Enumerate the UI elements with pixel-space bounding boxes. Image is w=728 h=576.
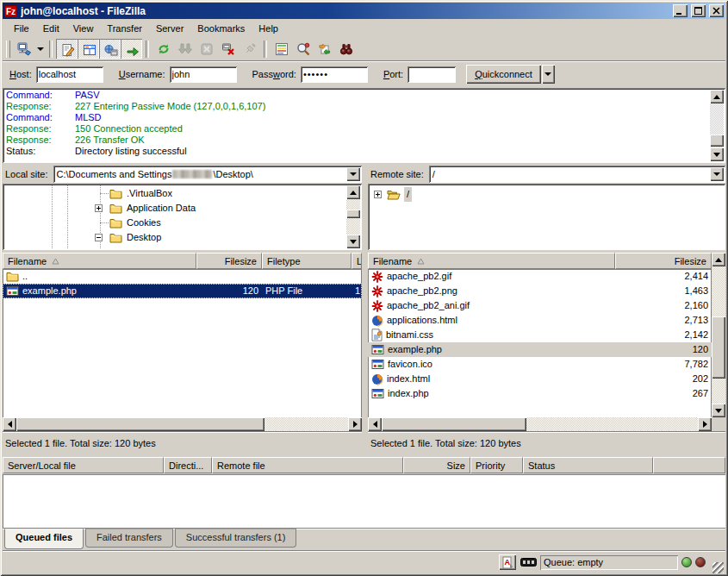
menu-view[interactable]: View [66,21,101,36]
remote-file-row[interactable]: example.php120 [368,342,712,357]
queue-column-status[interactable]: Status [523,457,653,473]
remote-file-row[interactable]: bitnami.css2,142 [368,328,712,342]
scroll-left-icon[interactable] [3,417,16,431]
menu-help[interactable]: Help [252,21,285,36]
menu-transfer[interactable]: Transfer [100,21,149,36]
local-site-combobox[interactable]: C:\Documents and Settings\Desktop\ [53,166,362,183]
toggle-message-log-button[interactable] [56,39,78,59]
remote-file-row[interactable]: apache_pb2_ani.gif2,160 [368,298,712,313]
password-label: Password: [252,69,296,79]
find-files-button[interactable] [335,39,357,59]
tree-item-desktop[interactable]: Desktop [4,230,360,245]
queue-column-size[interactable]: Size [403,457,470,473]
filezilla-window: Fz john@localhost - FileZilla FileEditVi… [0,0,728,576]
column-header-filesize[interactable]: Filesize [196,253,262,269]
file-appwin-icon [371,388,384,399]
file-css-icon [371,329,383,341]
expand-plus-icon[interactable] [95,204,103,212]
remote-site-dropdown-icon[interactable] [710,167,724,181]
tree-item-application-data[interactable]: Application Data [4,201,360,216]
scroll-down-icon[interactable] [712,404,725,417]
resize-grip[interactable] [712,562,724,573]
close-button[interactable] [709,4,724,17]
log-vscrollbar[interactable] [710,90,724,161]
process-queue-button[interactable] [174,39,196,59]
scroll-left-icon[interactable] [368,417,382,431]
username-input[interactable] [170,66,237,83]
data-type-ascii-icon[interactable]: A [499,554,516,570]
disconnect-button[interactable] [217,39,239,59]
queue-column-remote-file[interactable]: Remote file [212,457,403,473]
tree-item--virtualbox[interactable]: .VirtualBox [4,186,360,201]
collapse-minus-icon[interactable] [95,234,103,241]
queue-column-priority[interactable]: Priority [470,457,523,473]
remote-site-combobox[interactable]: / [429,166,725,183]
scroll-up-icon[interactable] [710,90,724,103]
menu-file[interactable]: File [7,21,36,36]
queue-column-server-local-file[interactable]: Server/Local file [3,457,164,473]
toolbar-grip[interactable] [6,41,10,58]
cancel-button[interactable] [196,39,217,59]
menu-server[interactable]: Server [149,21,190,36]
maximize-button[interactable] [691,4,706,17]
port-input[interactable] [408,66,456,83]
directory-comparison-icon [296,42,310,56]
quickconnect-dropdown-button[interactable] [542,65,555,84]
toggle-local-tree-button[interactable] [78,39,99,59]
speed-limits-icon[interactable] [520,554,537,570]
tab-queued-files[interactable]: Queued files [4,529,84,549]
menu-bookmarks[interactable]: Bookmarks [190,21,252,36]
scroll-down-icon[interactable] [710,147,724,161]
queue-column-directi-[interactable]: Directi... [164,457,212,473]
file-appwin-icon [371,359,384,370]
column-header-filesize[interactable]: Filesize [615,253,712,269]
local-tree-vscrollbar[interactable] [346,185,360,248]
minimize-button[interactable] [673,4,688,17]
tab-failed-transfers[interactable]: Failed transfers [85,529,173,548]
column-header-filename[interactable]: Filename [368,253,615,269]
transfer-queue-body[interactable] [3,474,725,528]
remote-file-row[interactable]: applications.html2,713 [368,313,712,328]
scroll-right-icon[interactable] [698,417,712,431]
toggle-transfer-queue-button[interactable] [121,39,142,59]
column-header-filetype[interactable]: Filetype [262,253,352,269]
expand-plus-icon[interactable] [374,191,382,198]
remote-file-row[interactable]: apache_pb2.gif2,414 [368,269,712,284]
toggle-transfer-queue-icon [126,43,140,57]
local-file-row[interactable]: example.php120PHP File1 [3,284,362,298]
site-manager-button[interactable] [13,39,34,59]
scroll-up-icon[interactable] [712,253,725,266]
filter-button[interactable] [271,39,292,59]
folder-icon [109,232,122,245]
local-list-hscrollbar[interactable] [3,417,362,431]
menu-edit[interactable]: Edit [36,21,66,36]
column-header-filename[interactable]: Filename [3,253,196,269]
remote-file-row[interactable]: favicon.ico7,782 [368,357,712,372]
tree-item-root[interactable]: / [370,187,724,202]
scroll-right-icon[interactable] [348,417,362,431]
local-site-dropdown-icon[interactable] [346,167,360,181]
remote-list-hscrollbar[interactable] [368,417,712,431]
tree-item-cookies[interactable]: Cookies [4,216,360,230]
titlebar: Fz john@localhost - FileZilla [3,3,725,19]
scroll-down-icon[interactable] [346,235,360,248]
quickconnect-button[interactable]: Quickconnect [466,65,541,84]
remote-file-row[interactable]: index.html202 [368,372,712,386]
local-file-row[interactable]: .. [3,269,362,284]
remote-list-vscrollbar[interactable] [712,253,725,417]
remote-file-row[interactable]: apache_pb2.png1,463 [368,284,712,298]
pane-splitter[interactable] [362,165,368,430]
remote-file-row[interactable]: index.php267 [368,386,712,401]
toggle-remote-tree-button[interactable] [99,39,121,59]
reconnect-button[interactable] [239,39,260,59]
site-manager-dropdown-button[interactable] [34,39,46,59]
password-input[interactable] [301,66,368,83]
local-site-label: Local site: [3,169,53,179]
tab-successful-transfers-1-[interactable]: Successful transfers (1) [175,529,297,548]
refresh-button[interactable] [152,39,174,59]
scroll-up-icon[interactable] [346,185,360,199]
column-header-l[interactable]: L [352,253,362,269]
synchronized-browsing-button[interactable] [314,39,335,59]
directory-comparison-button[interactable] [292,39,314,59]
host-input[interactable] [36,66,103,83]
